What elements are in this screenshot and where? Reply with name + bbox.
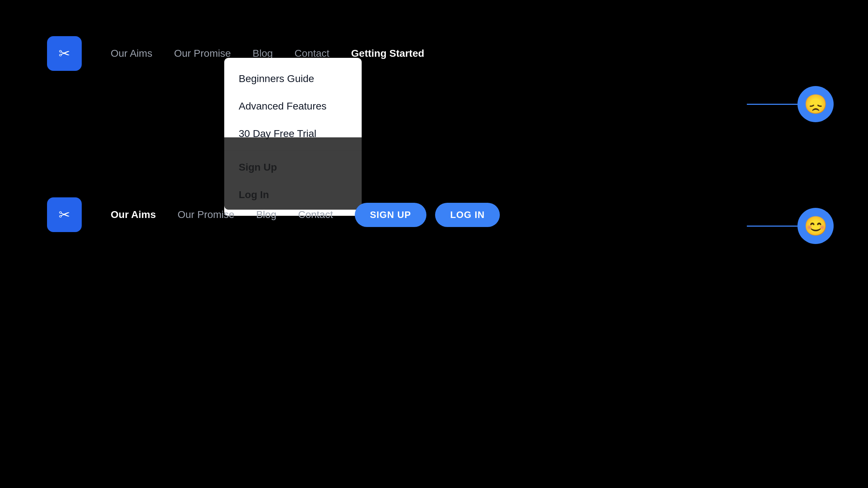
- nav-our-aims-bottom[interactable]: Our Aims: [111, 209, 156, 221]
- logo-bottom[interactable]: ✂: [47, 197, 82, 232]
- sentiment-circle-top[interactable]: 😞: [797, 86, 834, 122]
- dropdown-shadow-area: [224, 137, 362, 210]
- login-button[interactable]: LOG IN: [435, 203, 500, 227]
- sentiment-circle-bottom[interactable]: 😊: [797, 208, 834, 244]
- sentiment-line-top: [747, 104, 797, 105]
- sentiment-face-bottom: 😊: [804, 215, 827, 237]
- sentiment-indicator-bottom: 😊: [747, 208, 834, 244]
- nav-blog-bottom[interactable]: Blog: [256, 209, 276, 221]
- nav-getting-started-top[interactable]: Getting Started: [351, 48, 424, 59]
- signup-button[interactable]: SIGN UP: [355, 203, 426, 227]
- nav-contact-bottom[interactable]: Contact: [298, 209, 333, 221]
- nav-actions-bottom: SIGN UP LOG IN: [355, 203, 500, 227]
- dropdown-beginners-guide[interactable]: Beginners Guide: [224, 65, 362, 93]
- logo-icon-bottom: ✂: [59, 207, 70, 223]
- nav-our-aims-top[interactable]: Our Aims: [111, 48, 152, 59]
- nav-links-bottom: Our Aims Our Promise Blog Contact: [111, 209, 333, 221]
- sentiment-face-top: 😞: [804, 93, 827, 115]
- sentiment-indicator-top: 😞: [747, 86, 834, 122]
- logo-top[interactable]: ✂: [47, 36, 82, 71]
- nav-our-promise-bottom[interactable]: Our Promise: [178, 209, 234, 221]
- navbar-top: ✂ Our Aims Our Promise Blog Contact Gett…: [47, 39, 821, 68]
- logo-icon-top: ✂: [59, 46, 70, 61]
- nav-our-promise-top[interactable]: Our Promise: [174, 48, 231, 59]
- dropdown-advanced-features[interactable]: Advanced Features: [224, 93, 362, 120]
- sentiment-line-bottom: [747, 226, 797, 227]
- navbar-bottom: ✂ Our Aims Our Promise Blog Contact SIGN…: [47, 200, 821, 229]
